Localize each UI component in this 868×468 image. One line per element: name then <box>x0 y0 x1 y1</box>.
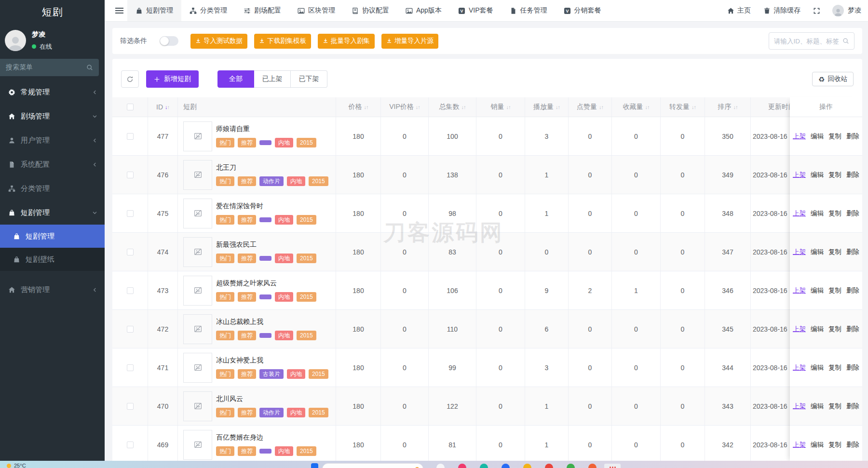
filter-tab-已上架[interactable]: 已上架 <box>254 70 291 88</box>
sort-icons[interactable]: ↓↑ <box>556 104 560 110</box>
action-上架[interactable]: 上架 <box>793 325 806 334</box>
tab-drama[interactable]: 短剧管理 <box>127 0 181 21</box>
action-删除[interactable]: 删除 <box>846 325 859 334</box>
action-删除[interactable]: 删除 <box>846 363 859 372</box>
action-上架[interactable]: 上架 <box>793 402 806 411</box>
sidebar-item-general[interactable]: 常规管理 <box>0 80 105 104</box>
sidebar-subitem-drama-manage[interactable]: 短剧管理 <box>0 225 105 248</box>
sidebar-item-users[interactable]: 用户管理 <box>0 128 105 152</box>
action-删除[interactable]: 删除 <box>846 171 859 179</box>
download-episode-template-button[interactable]: 下载剧集模板 <box>254 34 311 49</box>
sort-icons[interactable]: ↓↑ <box>733 104 738 110</box>
action-上架[interactable]: 上架 <box>793 286 806 295</box>
clear-cache-link[interactable]: 清除缓存 <box>757 0 807 21</box>
tab-agreement[interactable]: 协议配置 <box>343 0 397 21</box>
action-删除[interactable]: 删除 <box>846 441 859 449</box>
batch-import-episodes-button[interactable]: 批量导入剧集 <box>318 34 375 49</box>
action-编辑[interactable]: 编辑 <box>811 402 824 411</box>
weather-widget[interactable]: 25°C <box>7 463 26 468</box>
taskbar-app-pink[interactable] <box>458 464 466 468</box>
select-all-checkbox[interactable] <box>127 104 134 110</box>
sort-icons[interactable]: ↓↑ <box>506 104 511 110</box>
action-编辑[interactable]: 编辑 <box>811 363 824 372</box>
sort-icons[interactable]: ↓↑ <box>416 104 420 110</box>
avatar[interactable] <box>5 30 26 51</box>
sort-icons[interactable]: ↓↑ <box>645 104 650 110</box>
table-search-input[interactable] <box>774 38 842 45</box>
sort-icons[interactable]: ↓↑ <box>599 104 603 110</box>
taskbar-app-window[interactable] <box>436 464 445 468</box>
action-上架[interactable]: 上架 <box>793 441 806 449</box>
navbar-avatar[interactable] <box>832 5 844 16</box>
action-复制[interactable]: 复制 <box>828 132 841 141</box>
taskbar-app-green[interactable] <box>567 464 575 468</box>
action-编辑[interactable]: 编辑 <box>811 286 824 295</box>
sort-icons[interactable]: ↓↑ <box>165 104 169 110</box>
action-编辑[interactable]: 编辑 <box>811 132 824 141</box>
action-删除[interactable]: 删除 <box>846 402 859 411</box>
action-复制[interactable]: 复制 <box>828 441 841 449</box>
row-checkbox[interactable] <box>127 364 134 371</box>
action-复制[interactable]: 复制 <box>828 248 841 256</box>
action-删除[interactable]: 删除 <box>846 248 859 256</box>
row-checkbox[interactable] <box>127 249 134 255</box>
import-test-data-button[interactable]: 导入测试数据 <box>190 34 247 49</box>
sidebar-item-theater[interactable]: 剧场管理 <box>0 104 105 128</box>
taskbar-app-dots[interactable] <box>604 464 621 468</box>
navbar-username[interactable]: 梦凌 <box>844 6 868 15</box>
tab-category[interactable]: 分类管理 <box>181 0 235 21</box>
sidebar-item-category[interactable]: 分类管理 <box>0 176 105 201</box>
refresh-button[interactable] <box>121 70 139 88</box>
sort-icons[interactable]: ↓↑ <box>364 104 368 110</box>
taskbar-app-orange[interactable] <box>588 464 597 468</box>
action-编辑[interactable]: 编辑 <box>811 441 824 449</box>
row-checkbox[interactable] <box>127 403 134 410</box>
taskbar-app-teal[interactable] <box>480 464 488 468</box>
action-删除[interactable]: 删除 <box>846 209 859 218</box>
taskbar-search[interactable] <box>322 463 423 468</box>
action-上架[interactable]: 上架 <box>793 248 806 256</box>
action-上架[interactable]: 上架 <box>793 171 806 179</box>
taskbar-app-yellow[interactable] <box>523 464 531 468</box>
tab-tasks[interactable]: 任务管理 <box>502 0 556 21</box>
fullscreen-button[interactable] <box>807 0 827 21</box>
sidebar-search[interactable]: 搜索菜单 <box>0 59 99 76</box>
recycle-bin-button[interactable]: ♻回收站 <box>812 72 854 86</box>
action-删除[interactable]: 删除 <box>846 132 859 141</box>
action-复制[interactable]: 复制 <box>828 325 841 334</box>
taskbar-app-blue[interactable] <box>502 464 510 468</box>
incremental-import-source-button[interactable]: 增量导入片源 <box>381 34 438 49</box>
row-checkbox[interactable] <box>127 210 134 217</box>
row-checkbox[interactable] <box>127 287 134 294</box>
filter-tab-已下架[interactable]: 已下架 <box>291 70 327 88</box>
action-复制[interactable]: 复制 <box>828 171 841 179</box>
tab-theater-config[interactable]: 剧场配置 <box>235 0 289 21</box>
action-上架[interactable]: 上架 <box>793 132 806 141</box>
home-link[interactable]: 主页 <box>721 0 757 21</box>
tab-blocks[interactable]: 区块管理 <box>289 0 343 21</box>
row-checkbox[interactable] <box>127 133 134 140</box>
sidebar-item-marketing[interactable]: 营销管理 <box>0 278 105 302</box>
action-编辑[interactable]: 编辑 <box>811 325 824 334</box>
taskbar-app-edge[interactable] <box>311 463 318 468</box>
row-checkbox[interactable] <box>127 441 134 448</box>
filter-tab-全部[interactable]: 全部 <box>217 70 254 88</box>
action-上架[interactable]: 上架 <box>793 209 806 218</box>
sort-icons[interactable]: ↓↑ <box>461 104 466 110</box>
action-编辑[interactable]: 编辑 <box>811 209 824 218</box>
row-checkbox[interactable] <box>127 326 134 333</box>
add-drama-button[interactable]: 新增短剧 <box>146 70 199 88</box>
sort-icons[interactable]: ↓↑ <box>692 104 696 110</box>
sidebar-item-drama[interactable]: 短剧管理 <box>0 201 105 225</box>
action-复制[interactable]: 复制 <box>828 402 841 411</box>
action-编辑[interactable]: 编辑 <box>811 248 824 256</box>
tab-app-version[interactable]: App版本 <box>397 0 450 21</box>
action-复制[interactable]: 复制 <box>828 209 841 218</box>
action-复制[interactable]: 复制 <box>828 363 841 372</box>
sidebar-item-system[interactable]: 系统配置 <box>0 152 105 176</box>
filter-toggle[interactable] <box>160 36 178 46</box>
tab-distribution[interactable]: V分销套餐 <box>556 0 610 21</box>
action-编辑[interactable]: 编辑 <box>811 171 824 179</box>
action-删除[interactable]: 删除 <box>846 286 859 295</box>
taskbar-app-red[interactable] <box>545 464 553 468</box>
